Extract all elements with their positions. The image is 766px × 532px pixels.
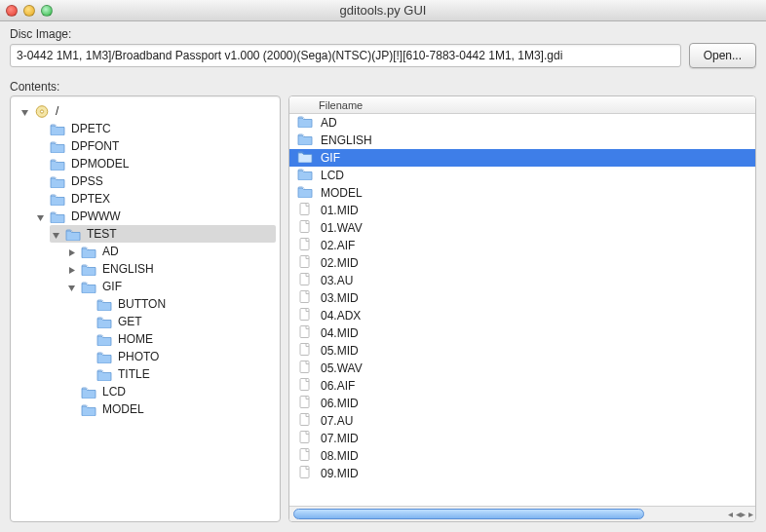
tree-item[interactable]: DPWWW (34, 208, 276, 225)
folder-icon (297, 185, 313, 201)
folder-tree[interactable]: /DPETCDPFONTDPMODELDPSSDPTEXDPWWWTESTADE… (11, 96, 280, 521)
tree-item[interactable]: HOME (81, 330, 276, 348)
filename-column-header[interactable]: Filename (289, 96, 755, 114)
tree-item-label: MODEL (100, 402, 144, 416)
list-item[interactable]: 02.MID (289, 254, 755, 272)
tree-item[interactable]: DPETC (34, 120, 276, 137)
file-icon (297, 448, 313, 464)
list-item[interactable]: 07.AU (289, 412, 755, 430)
list-item-label: 04.MID (319, 326, 359, 340)
list-item[interactable]: 06.AIF (289, 377, 755, 395)
svg-rect-6 (300, 274, 309, 285)
scrollbar-arrows[interactable]: ◂ ◂▸ ▸ (728, 507, 753, 521)
list-item-label: 06.MID (319, 397, 359, 410)
list-item[interactable]: ENGLISH (289, 132, 755, 149)
tree-item[interactable]: DPTEX (34, 190, 276, 208)
list-item-label: 02.MID (319, 256, 359, 270)
zoom-icon[interactable] (41, 5, 53, 17)
tree-item[interactable]: DPSS (34, 172, 276, 190)
list-item-label: 09.MID (319, 467, 359, 480)
list-item-label: LCD (319, 169, 344, 182)
list-item-label: MODEL (319, 186, 363, 200)
svg-point-1 (40, 109, 43, 112)
tree-item[interactable]: LCD (65, 383, 276, 400)
tree-item-label: DPTEX (69, 192, 110, 206)
tree-item-label: ENGLISH (100, 262, 154, 276)
tree-item[interactable]: TITLE (81, 365, 276, 383)
tree-item[interactable]: DPMODEL (34, 155, 276, 172)
list-item[interactable]: 01.WAV (289, 219, 755, 237)
list-item-label: 07.MID (319, 432, 359, 445)
tree-root-label: / (54, 104, 58, 118)
file-icon (297, 343, 313, 359)
chevron-down-icon[interactable] (52, 229, 61, 239)
list-item[interactable]: 03.AU (289, 272, 755, 289)
tree-item-label: TITLE (116, 367, 150, 381)
file-icon (297, 378, 313, 394)
chevron-right-icon[interactable] (67, 264, 77, 274)
tree-item[interactable]: MODEL (65, 400, 276, 418)
tree-item[interactable]: GET (81, 313, 276, 330)
folder-icon (297, 115, 313, 131)
list-item[interactable]: 07.MID (289, 430, 755, 447)
list-item[interactable]: 08.MID (289, 447, 755, 465)
traffic-lights (6, 5, 53, 17)
list-item[interactable]: GIF (289, 149, 755, 167)
svg-rect-5 (300, 256, 309, 268)
contents-label: Contents: (0, 74, 766, 95)
list-item[interactable]: 05.MID (289, 342, 755, 360)
tree-item[interactable]: BUTTON (81, 295, 276, 313)
list-item[interactable]: 09.MID (289, 465, 755, 482)
list-item-label: ENGLISH (319, 133, 372, 147)
tree-item[interactable]: AD (65, 243, 276, 260)
list-item[interactable]: 04.ADX (289, 307, 755, 324)
list-item[interactable]: 05.WAV (289, 360, 755, 377)
list-item[interactable]: 01.MID (289, 202, 755, 219)
svg-rect-13 (300, 397, 309, 408)
list-item[interactable]: 06.MID (289, 395, 755, 412)
window-titlebar: gditools.py GUI (0, 0, 766, 21)
tree-item[interactable]: TEST (50, 225, 276, 243)
chevron-down-icon[interactable] (20, 106, 30, 116)
tree-item[interactable]: ENGLISH (65, 260, 276, 278)
tree-item[interactable]: PHOTO (81, 348, 276, 365)
list-item-label: 08.MID (319, 449, 359, 463)
tree-root[interactable]: / (19, 102, 276, 120)
minimize-icon[interactable] (23, 5, 35, 17)
tree-item-label: AD (100, 245, 119, 258)
scrollbar-thumb[interactable] (293, 509, 644, 519)
tree-item-label: HOME (116, 332, 153, 346)
list-item-label: 03.MID (319, 291, 359, 305)
disc-image-path-input[interactable] (10, 44, 681, 67)
list-item-label: 04.ADX (319, 309, 361, 323)
file-icon (297, 273, 313, 288)
svg-rect-2 (300, 204, 309, 215)
tree-item[interactable]: DPFONT (34, 137, 276, 155)
horizontal-scrollbar[interactable]: ◂ ◂▸ ▸ (289, 506, 755, 521)
list-item[interactable]: LCD (289, 167, 755, 184)
chevron-down-icon[interactable] (36, 211, 46, 221)
list-item[interactable]: 02.AIF (289, 237, 755, 254)
svg-rect-4 (300, 239, 309, 250)
list-item[interactable]: MODEL (289, 184, 755, 202)
close-icon[interactable] (6, 5, 18, 17)
file-icon (297, 308, 313, 323)
svg-rect-7 (300, 291, 309, 303)
tree-item-label: DPWWW (69, 209, 121, 223)
tree-item-label: DPFONT (69, 139, 119, 153)
chevron-down-icon[interactable] (67, 282, 77, 291)
chevron-right-icon[interactable] (67, 247, 77, 256)
file-list[interactable]: ADENGLISHGIFLCDMODEL01.MID01.WAV02.AIF02… (289, 114, 755, 506)
file-icon (297, 431, 313, 446)
list-item[interactable]: AD (289, 114, 755, 132)
file-icon (297, 220, 313, 236)
tree-item-label: PHOTO (116, 350, 159, 363)
list-item-label: 05.WAV (319, 361, 363, 375)
tree-item[interactable]: GIF (65, 278, 276, 295)
file-icon (297, 466, 313, 481)
list-item[interactable]: 03.MID (289, 289, 755, 307)
svg-rect-9 (300, 326, 309, 338)
open-button[interactable]: Open... (689, 43, 756, 68)
list-item[interactable]: 04.MID (289, 324, 755, 342)
tree-item-label: TEST (85, 227, 117, 241)
